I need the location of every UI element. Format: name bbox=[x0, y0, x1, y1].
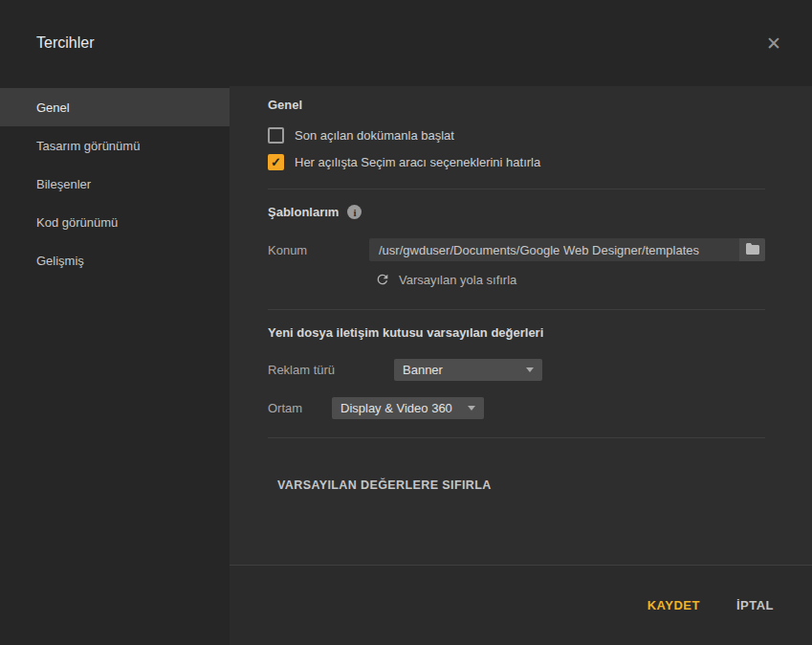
remember-selection-tool-checkbox[interactable]: ✓ bbox=[268, 154, 284, 170]
reset-defaults-button[interactable]: VARSAYILAN DEĞERLERE SIFIRLA bbox=[268, 471, 492, 492]
chevron-down-icon bbox=[526, 367, 534, 372]
templates-heading-row: Şablonlarım i bbox=[268, 205, 765, 219]
environment-label: Ortam bbox=[268, 401, 332, 415]
dialog-title: Tercihler bbox=[36, 34, 762, 52]
environment-row: Ortam Display & Video 360 bbox=[268, 397, 765, 419]
refresh-icon bbox=[375, 272, 390, 287]
sidebar: Genel Tasarım görünümü Bileşenler Kod gö… bbox=[0, 86, 230, 645]
ad-type-value: Banner bbox=[403, 363, 443, 377]
sidebar-item-label: Gelişmiş bbox=[36, 254, 84, 268]
checkbox-label: Her açılışta Seçim aracı seçeneklerini h… bbox=[295, 155, 540, 169]
reset-default-path-button[interactable]: Varsayılan yola sıfırla bbox=[375, 272, 516, 287]
info-icon[interactable]: i bbox=[347, 205, 362, 219]
sidebar-item-genel[interactable]: Genel bbox=[0, 88, 230, 126]
section-divider bbox=[268, 309, 765, 310]
content-panel: Genel ✓ Son açılan dokümanla başlat ✓ He… bbox=[230, 86, 812, 565]
save-button[interactable]: KAYDET bbox=[647, 598, 700, 612]
preferences-dialog: Tercihler ✕ Genel Tasarım görünümü Bileş… bbox=[0, 0, 812, 645]
templates-section-heading: Şablonlarım bbox=[268, 205, 339, 219]
general-section-heading: Genel bbox=[268, 98, 765, 112]
close-icon[interactable]: ✕ bbox=[762, 31, 785, 56]
sidebar-item-gelismis[interactable]: Gelişmiş bbox=[0, 241, 230, 279]
new-file-defaults-heading: Yeni dosya iletişim kutusu varsayılan de… bbox=[268, 325, 765, 340]
sidebar-item-label: Bileşenler bbox=[36, 177, 91, 191]
browse-folder-button[interactable] bbox=[739, 238, 765, 261]
dialog-body: Genel Tasarım görünümü Bileşenler Kod gö… bbox=[0, 86, 812, 645]
location-label: Konum bbox=[268, 243, 369, 257]
sidebar-item-bilesenler[interactable]: Bileşenler bbox=[0, 165, 230, 203]
environment-value: Display & Video 360 bbox=[340, 401, 452, 415]
location-input-wrap bbox=[369, 238, 765, 261]
dialog-header: Tercihler ✕ bbox=[0, 0, 812, 86]
check-icon: ✓ bbox=[271, 156, 281, 168]
checkbox-row-start-with-last: ✓ Son açılan dokümanla başlat bbox=[268, 127, 765, 144]
ad-type-label: Reklam türü bbox=[268, 363, 394, 377]
ad-type-select[interactable]: Banner bbox=[394, 359, 542, 381]
sidebar-item-label: Kod görünümü bbox=[36, 215, 118, 230]
start-with-last-document-checkbox[interactable]: ✓ bbox=[268, 127, 284, 144]
main-column: Genel ✓ Son açılan dokümanla başlat ✓ He… bbox=[230, 86, 812, 645]
chevron-down-icon bbox=[468, 406, 475, 411]
ad-type-row: Reklam türü Banner bbox=[268, 359, 765, 381]
section-divider bbox=[268, 437, 765, 438]
checkbox-row-remember-selection-tool: ✓ Her açılışta Seçim aracı seçeneklerini… bbox=[268, 154, 765, 170]
templates-path-input[interactable] bbox=[369, 238, 739, 261]
folder-icon bbox=[746, 243, 759, 257]
cancel-button[interactable]: İPTAL bbox=[736, 598, 774, 612]
sidebar-item-kod-gorunumu[interactable]: Kod görünümü bbox=[0, 203, 230, 241]
section-divider bbox=[268, 189, 765, 189]
checkbox-label: Son açılan dokümanla başlat bbox=[295, 128, 454, 143]
reset-path-label: Varsayılan yola sıfırla bbox=[399, 273, 516, 287]
sidebar-item-label: Tasarım görünümü bbox=[36, 139, 140, 153]
location-field-row: Konum bbox=[268, 238, 765, 261]
sidebar-item-tasarim-gorunumu[interactable]: Tasarım görünümü bbox=[0, 126, 230, 165]
sidebar-item-label: Genel bbox=[36, 100, 70, 115]
environment-select[interactable]: Display & Video 360 bbox=[332, 397, 484, 419]
dialog-footer: KAYDET İPTAL bbox=[230, 565, 812, 645]
